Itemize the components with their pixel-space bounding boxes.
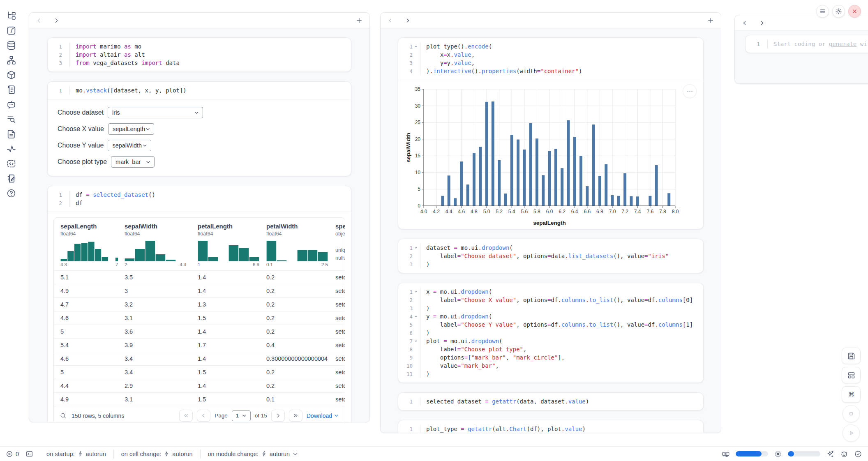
table-row[interactable]: 4.73.21.30.2setos bbox=[54, 297, 345, 311]
fold-chevron-icon[interactable] bbox=[413, 339, 419, 343]
next-page-button[interactable] bbox=[271, 410, 285, 422]
error-indicator[interactable]: 0 bbox=[6, 450, 19, 458]
code-editor[interactable]: 1234567891011x = mo.ui.dropdown( label="… bbox=[398, 283, 703, 383]
chevron-left-icon[interactable] bbox=[741, 20, 748, 26]
tracing-icon[interactable] bbox=[6, 144, 16, 154]
shutdown-button[interactable] bbox=[848, 5, 861, 18]
generate-link[interactable]: generate bbox=[829, 41, 856, 47]
table-row[interactable]: 53.41.50.2setos bbox=[54, 365, 345, 379]
connection-status-icon[interactable] bbox=[854, 450, 862, 458]
runtime-setting-on-cell-change[interactable]: on cell change:autorun bbox=[113, 449, 200, 459]
snippets-icon[interactable] bbox=[6, 159, 16, 169]
svg-text:6.2: 6.2 bbox=[559, 209, 566, 214]
table-row[interactable]: 5.13.51.40.2setos bbox=[54, 270, 345, 284]
table-row[interactable]: 5.43.91.70.4setos bbox=[54, 338, 345, 352]
first-page-button[interactable] bbox=[179, 410, 193, 422]
prev-page-button[interactable] bbox=[197, 410, 210, 422]
close-icon bbox=[851, 8, 858, 15]
table-row[interactable]: 4.63.41.40.30000000000000004setos bbox=[54, 352, 345, 365]
code-editor[interactable]: 1plot_type = getattr(alt.Chart(df), plot… bbox=[398, 420, 703, 433]
chevron-left-icon[interactable] bbox=[387, 17, 394, 24]
code-editor[interactable]: 1selected_dataset = getattr(data, datase… bbox=[398, 393, 703, 410]
packages-icon[interactable] bbox=[6, 70, 16, 80]
column-header[interactable]: sepalLength bbox=[60, 223, 118, 230]
svg-text:5.4: 5.4 bbox=[508, 209, 515, 214]
save-button[interactable] bbox=[842, 348, 861, 364]
cpu-icon bbox=[774, 450, 782, 458]
svg-text:5.2: 5.2 bbox=[496, 209, 503, 214]
column-stats: uniqunulls: bbox=[335, 247, 345, 262]
column-header[interactable]: sepalWidth bbox=[125, 223, 191, 230]
table-row[interactable]: 53.61.40.2setos bbox=[54, 325, 345, 338]
dataframe-output: sepalLengthfloat644.37.9sepalWidthfloat6… bbox=[48, 212, 351, 422]
code-editor[interactable]: 1234plot_type().encode( x=x.value, y=y.v… bbox=[398, 38, 703, 80]
assistant-icon[interactable] bbox=[840, 450, 848, 458]
line-number: 1 bbox=[409, 426, 413, 432]
page-select[interactable]: 1 bbox=[232, 410, 251, 421]
chevron-right-icon[interactable] bbox=[759, 20, 765, 26]
layout-button[interactable] bbox=[842, 367, 861, 383]
choose-plot-type-select[interactable]: mark_bar bbox=[111, 156, 155, 168]
column-header[interactable]: petalLength bbox=[198, 223, 260, 230]
svg-text:7.0: 7.0 bbox=[609, 209, 616, 214]
svg-text:20: 20 bbox=[415, 136, 421, 142]
run-button[interactable] bbox=[843, 424, 860, 442]
scratchpad-editor[interactable]: 1 Start coding or generate with bbox=[746, 35, 868, 53]
last-page-button[interactable] bbox=[289, 410, 302, 422]
column-header[interactable]: petalWidth bbox=[266, 223, 329, 230]
logs-icon[interactable] bbox=[6, 85, 16, 95]
stop-button[interactable] bbox=[843, 405, 860, 422]
settings-button[interactable] bbox=[832, 5, 845, 18]
outline-search-icon[interactable] bbox=[6, 114, 16, 124]
table-row[interactable]: 4.93.11.50.1setos bbox=[54, 392, 345, 406]
column-header[interactable]: speci bbox=[335, 223, 345, 230]
column-middle-header bbox=[381, 13, 721, 28]
line-number: 1 bbox=[59, 192, 62, 198]
chat-icon[interactable] bbox=[6, 99, 16, 110]
code-editor[interactable]: 123dataset = mo.ui.dropdown( label="Choo… bbox=[398, 239, 703, 273]
code-editor[interactable]: 1mo.vstack([dataset, x, y, plot]) bbox=[48, 82, 351, 99]
fold-chevron-icon[interactable] bbox=[413, 289, 419, 294]
bar-chart[interactable]: 4.04.24.44.64.85.05.25.45.65.86.06.26.46… bbox=[405, 83, 699, 228]
keyboard-shortcuts-button[interactable]: ⌘ bbox=[842, 386, 861, 403]
table-row[interactable]: 4.63.11.50.2setos bbox=[54, 311, 345, 325]
fold-chevron-icon[interactable] bbox=[413, 44, 419, 49]
dependency-graph-icon[interactable] bbox=[6, 55, 16, 65]
table-row[interactable]: 4.931.40.2setos bbox=[54, 284, 345, 297]
code-editor[interactable]: 123import marimo as moimport altair as a… bbox=[48, 38, 351, 71]
chevron-left-icon[interactable] bbox=[36, 17, 42, 24]
functions-icon[interactable]: f bbox=[6, 25, 16, 36]
runtime-setting-on-module-change[interactable]: on module change:autorun bbox=[200, 449, 306, 459]
download-button[interactable]: Download bbox=[307, 413, 339, 419]
help-icon[interactable] bbox=[6, 188, 16, 198]
line-number: 5 bbox=[409, 322, 413, 328]
chart-actions-button[interactable] bbox=[683, 84, 697, 98]
search-icon[interactable] bbox=[60, 412, 67, 419]
line-number: 9 bbox=[409, 355, 413, 361]
table-row[interactable]: 4.42.91.40.2setos bbox=[54, 379, 345, 392]
file-tree-icon[interactable] bbox=[6, 11, 16, 21]
choose-x-value-select[interactable]: sepalLength bbox=[108, 123, 154, 135]
dataframe-card: sepalLengthfloat644.37.9sepalWidthfloat6… bbox=[53, 217, 345, 422]
scratchpad-icon[interactable] bbox=[6, 173, 16, 184]
fold-chevron-icon[interactable] bbox=[413, 245, 419, 250]
chevron-right-icon[interactable] bbox=[404, 17, 411, 24]
ai-sparkles-icon[interactable] bbox=[826, 450, 834, 458]
dropdown-label: Choose X value bbox=[58, 125, 104, 133]
choose-y-value-select[interactable]: sepalWidth bbox=[108, 140, 151, 151]
documentation-icon[interactable] bbox=[6, 129, 16, 139]
database-icon[interactable] bbox=[6, 40, 16, 51]
choose-dataset-select[interactable]: iris bbox=[108, 107, 203, 118]
code-editor[interactable]: 12df = selected_dataset()df bbox=[48, 186, 351, 212]
svg-text:7.4: 7.4 bbox=[634, 209, 641, 214]
runtime-setting-on-startup[interactable]: on startup:autorun bbox=[39, 449, 113, 459]
chevron-right-icon[interactable] bbox=[53, 17, 60, 24]
terminal-button[interactable] bbox=[25, 450, 33, 458]
dataframe-table: sepalLengthfloat644.37.9sepalWidthfloat6… bbox=[48, 217, 351, 422]
fold-spacer bbox=[62, 60, 68, 65]
add-cell-button[interactable] bbox=[707, 17, 714, 24]
add-cell-button[interactable] bbox=[356, 17, 363, 24]
fold-chevron-icon[interactable] bbox=[413, 314, 419, 319]
menu-button[interactable] bbox=[816, 5, 829, 18]
histogram-range: 4.37.9 bbox=[60, 262, 118, 267]
